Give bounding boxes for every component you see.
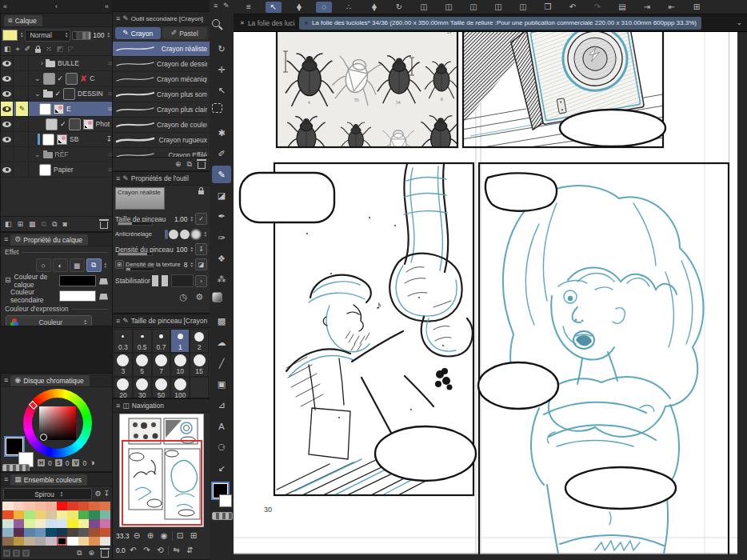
polyline-tool[interactable]: ⊿ [212, 397, 231, 414]
brush-size-cell[interactable]: 100 [170, 377, 190, 398]
color-swatch[interactable] [100, 519, 111, 528]
visibility-eye-icon[interactable] [2, 61, 11, 66]
opacity-slider[interactable] [72, 31, 91, 40]
doc-tab-active[interactable]: ✕ La folie des lucioles* 34/36 (260.00 x… [299, 17, 701, 30]
expander-icon[interactable]: ⌄ [34, 90, 41, 98]
main-menu-icon[interactable]: ≡ [241, 2, 257, 13]
sort-v-icon[interactable]: V [22, 550, 30, 557]
color-swatch[interactable] [2, 519, 14, 528]
layer-thumbnail[interactable] [43, 73, 55, 85]
layer-row-c[interactable]: ⌄ ✓ ✘ C [1, 71, 112, 86]
layer-color-indicator[interactable] [2, 30, 18, 41]
brush-size-cell[interactable]: 7 [152, 353, 171, 377]
color-swatch[interactable] [67, 519, 78, 528]
sv-cursor[interactable] [40, 434, 47, 441]
color-swatch[interactable] [2, 502, 14, 510]
brush-size-cell[interactable]: 0.5 [133, 329, 152, 353]
tool-detail-settings-icon[interactable]: ⚙ [195, 293, 203, 302]
palette-window-5-icon[interactable]: ◫ [515, 2, 531, 13]
texture-density-stepper[interactable] [190, 262, 194, 268]
stabilization-slider[interactable] [171, 274, 194, 287]
mask-thumbnail[interactable] [63, 88, 75, 100]
collapse-panel-button[interactable]: ‹ [55, 3, 58, 10]
layer-row-phot[interactable]: ✓ Phot [1, 117, 112, 132]
navigator-thumbnail[interactable] [119, 414, 204, 527]
brush-size-cell[interactable]: 0.7 [152, 329, 171, 353]
layer-thumbnail[interactable] [39, 103, 51, 115]
sub-tool-item[interactable]: Crayon de dessin [113, 57, 210, 72]
halftone-tool[interactable]: ▩ [212, 313, 231, 330]
color-swatch[interactable] [67, 528, 78, 537]
delete-sub-tool-icon[interactable] [198, 162, 206, 169]
layer-thumbnail[interactable] [39, 164, 51, 176]
color-swatch[interactable] [57, 537, 68, 546]
import-color-set-icon[interactable]: ↧ [103, 490, 110, 498]
visibility-eye-icon[interactable] [2, 106, 11, 112]
add-sub-tool-icon[interactable]: ⊕ [175, 161, 182, 168]
palette-window-1-icon[interactable]: ◫ [416, 2, 432, 13]
close-tab-icon[interactable]: ✕ [240, 20, 245, 26]
tab-pastel[interactable]: ✐ Pastel [162, 27, 208, 39]
canvas-artwork[interactable]: 45554 629 [234, 32, 747, 560]
lock-preset-icon[interactable] [198, 190, 204, 194]
pin-icon[interactable]: ↧ [106, 136, 112, 143]
sub-tool-item[interactable]: Crayon plus sombre [113, 87, 210, 102]
color-swatch[interactable] [35, 519, 46, 528]
visibility-eye-icon[interactable] [2, 76, 11, 82]
enable-mask-icon[interactable]: ◩ [57, 46, 64, 53]
tab-crayon[interactable]: ✎ Crayon [115, 27, 161, 39]
mask-range-icon[interactable]: ◸ [68, 46, 74, 53]
opacity-stepper[interactable] [107, 32, 110, 38]
antialias-stepper[interactable] [204, 231, 207, 238]
new-raster-layer-icon[interactable]: ◧ [5, 221, 12, 228]
panel-menu-icon[interactable]: ≡ [116, 175, 120, 182]
panel-menu-icon[interactable]: ≡ [4, 377, 8, 384]
export-page-icon[interactable]: ⇥ [639, 2, 655, 13]
sort-h-icon[interactable]: H [3, 550, 10, 557]
transfer-down-icon[interactable]: ⧉ [42, 221, 46, 228]
brush-size-cell[interactable]: 10 [170, 353, 190, 377]
color-swatch[interactable] [67, 510, 78, 519]
delete-layer-icon[interactable] [100, 222, 108, 229]
brush-size-dynamics-button[interactable]: ✓ [195, 213, 207, 225]
tab-layer-property[interactable]: ⚙ Propriété du calque [10, 234, 88, 246]
sub-tool-item[interactable]: Crayon rugueux [113, 133, 210, 148]
color-swatch[interactable] [14, 519, 25, 528]
tab-color-set[interactable]: ▦ Ensemble couleurs [10, 474, 87, 486]
color-swatch[interactable] [2, 537, 14, 546]
collapse-minus-icon[interactable]: ⊟ [5, 277, 11, 284]
pen-tool[interactable]: ✒ [212, 208, 231, 226]
bucket-icon[interactable] [99, 294, 108, 300]
sub-tool-item[interactable]: Crayon de couleur [113, 118, 210, 133]
sub-color-swatch[interactable] [219, 494, 232, 507]
flip-horizontal-button[interactable]: ⇋ [170, 545, 182, 555]
fill-tool[interactable]: ❖ [212, 250, 231, 267]
color-swatch[interactable] [14, 537, 25, 546]
color-swatch[interactable] [100, 528, 111, 537]
expander-icon[interactable]: › [41, 60, 43, 67]
page-manager-icon[interactable]: ❐ [540, 2, 556, 13]
sub-tool-item[interactable]: Crayon réaliste [113, 42, 210, 57]
brush-size-cell[interactable]: 50 [152, 377, 171, 398]
color-swatch[interactable] [67, 502, 78, 510]
create-mask-icon[interactable]: ◙ [62, 221, 66, 228]
print-icon[interactable]: ▤ [614, 2, 630, 13]
color-swatch[interactable] [89, 519, 100, 528]
color-swatch[interactable] [46, 537, 57, 546]
mask-thumbnail[interactable] [66, 73, 78, 85]
texture-density-option-button[interactable]: ◪ [195, 258, 207, 270]
color-swatch[interactable] [24, 519, 35, 528]
close-tab-icon[interactable]: ✕ [304, 20, 309, 26]
color-swatch[interactable] [100, 537, 111, 546]
gradient-tool[interactable] [212, 292, 222, 302]
duplicate-sub-tool-icon[interactable]: ⧉ [187, 161, 192, 168]
effect-stepper[interactable] [104, 262, 107, 269]
brush-preset-preview[interactable]: Crayon réaliste [115, 187, 165, 210]
brush-size-slider[interactable] [118, 222, 153, 226]
color-set-select[interactable]: Spirou [3, 488, 92, 500]
transparent-color-bar[interactable] [2, 464, 30, 472]
eraser-tool[interactable]: ◪ [212, 187, 231, 205]
color-swatch[interactable] [14, 528, 25, 537]
color-swatch[interactable] [89, 510, 100, 519]
color-swatch[interactable] [35, 502, 46, 510]
